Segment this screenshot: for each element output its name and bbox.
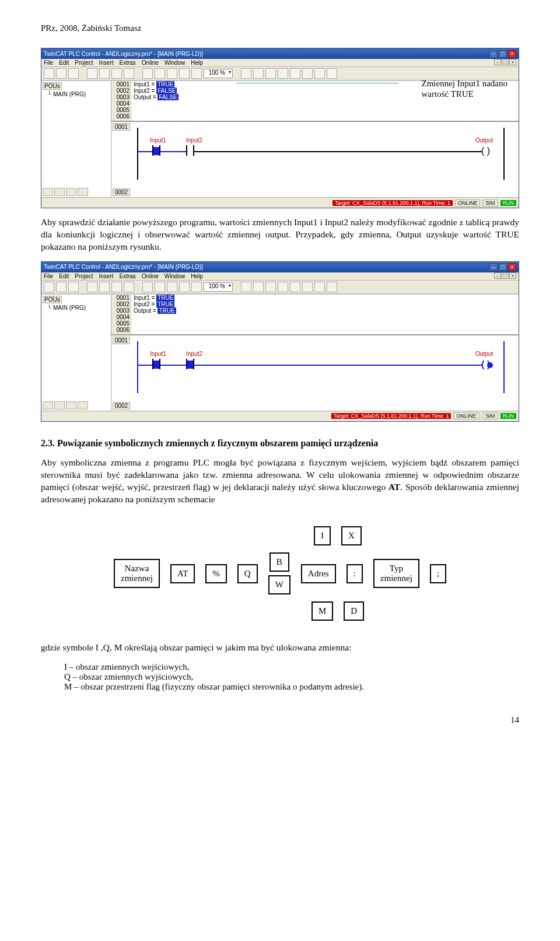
tool-btn[interactable] <box>253 282 264 292</box>
tool-btn[interactable] <box>241 68 251 79</box>
tool-btn[interactable] <box>87 282 97 292</box>
mdi-restore-button[interactable]: □ <box>502 59 509 65</box>
menu-extras[interactable]: Extras <box>120 60 136 66</box>
annotation-arrow <box>236 83 398 83</box>
mdi-min-button[interactable]: – <box>494 272 501 279</box>
line-number: 0001 <box>117 295 130 301</box>
mdi-close-button[interactable]: × <box>509 59 516 65</box>
menu-online[interactable]: Online <box>142 60 159 66</box>
tool-btn[interactable] <box>111 68 122 79</box>
tool-btn[interactable] <box>290 282 300 292</box>
tree-bottom-tab[interactable] <box>43 401 53 410</box>
tool-btn[interactable] <box>111 282 122 292</box>
tool-btn[interactable] <box>56 68 66 79</box>
project-tree: POUs └ MAIN (PRG) <box>41 295 111 411</box>
maximize-button[interactable]: □ <box>499 263 507 271</box>
tool-btn[interactable] <box>314 282 325 292</box>
tool-btn[interactable] <box>314 68 325 79</box>
tool-btn[interactable] <box>278 282 288 292</box>
menu-online[interactable]: Online <box>142 273 159 279</box>
tool-btn[interactable] <box>265 68 276 79</box>
tool-btn[interactable] <box>290 68 300 79</box>
tool-btn[interactable] <box>68 68 79 79</box>
menu-edit[interactable]: Edit <box>59 60 69 66</box>
tree-bottom-tab[interactable] <box>66 401 76 410</box>
tree-bottom-tab[interactable] <box>54 188 65 196</box>
page-number: 14 <box>41 715 519 725</box>
tool-btn[interactable] <box>278 68 288 79</box>
tool-btn[interactable] <box>253 68 264 79</box>
tool-btn[interactable] <box>124 282 134 292</box>
tool-btn[interactable] <box>327 282 337 292</box>
tool-btn[interactable] <box>99 68 110 79</box>
menu-project[interactable]: Project <box>75 273 93 279</box>
tool-btn[interactable] <box>44 282 54 292</box>
line-number: 0003 <box>117 94 130 100</box>
schema-box-adres: Adres <box>301 564 336 583</box>
menu-edit[interactable]: Edit <box>59 273 69 279</box>
titlebar: TwinCAT PLC Control - ANDLogiczny.pro* -… <box>41 48 519 59</box>
tool-btn[interactable] <box>155 282 165 292</box>
ladder-editor[interactable]: 0001 Input1 Input2 Output ( ) 0002 <box>111 335 519 411</box>
close-button[interactable]: × <box>508 263 516 271</box>
tool-btn[interactable] <box>241 282 251 292</box>
tree-tab-pous[interactable]: POUs <box>43 296 62 303</box>
zoom-combobox[interactable]: 100 % <box>204 69 233 78</box>
close-button[interactable]: × <box>508 50 516 58</box>
menu-extras[interactable]: Extras <box>120 273 136 279</box>
menu-insert[interactable]: Insert <box>99 60 113 66</box>
rung-number: 0001 <box>113 337 130 344</box>
minimize-button[interactable]: – <box>489 50 498 58</box>
status-online: ONLINE: <box>453 412 480 419</box>
mdi-close-button[interactable]: × <box>509 272 516 279</box>
tree-bottom-tab[interactable] <box>43 188 53 196</box>
tree-item-main[interactable]: └ MAIN (PRG) <box>43 91 110 97</box>
menu-file[interactable]: File <box>44 60 53 66</box>
tree-bottom-tab[interactable] <box>78 401 88 410</box>
tool-btn[interactable] <box>99 282 110 292</box>
tool-btn[interactable] <box>167 68 177 79</box>
contact-label-input2: Input2 <box>186 351 202 357</box>
zoom-combobox[interactable]: 100 % <box>204 282 233 292</box>
tool-btn[interactable] <box>167 282 177 292</box>
tool-btn[interactable] <box>191 68 202 79</box>
var-row: Output = TRUE <box>134 307 516 314</box>
tool-btn[interactable] <box>142 282 153 292</box>
tool-btn[interactable] <box>155 68 165 79</box>
mdi-restore-button[interactable]: □ <box>502 272 509 279</box>
line-number: 0004 <box>117 100 130 107</box>
menu-help[interactable]: Help <box>191 60 203 66</box>
menu-project[interactable]: Project <box>75 60 93 66</box>
tree-bottom-tab[interactable] <box>78 188 88 196</box>
menubar: File Edit Project Insert Extras Online W… <box>41 59 519 67</box>
menu-file[interactable]: File <box>44 273 53 279</box>
tool-btn[interactable] <box>327 68 337 79</box>
line-number: 0002 <box>117 301 130 307</box>
maximize-button[interactable]: □ <box>499 50 507 58</box>
tree-bottom-tab[interactable] <box>66 188 76 196</box>
tool-btn[interactable] <box>56 282 66 292</box>
menu-help[interactable]: Help <box>191 273 203 279</box>
tree-tab-pous[interactable]: POUs <box>43 82 62 90</box>
tool-btn[interactable] <box>265 282 276 292</box>
tool-btn[interactable] <box>179 68 190 79</box>
tool-btn[interactable] <box>302 68 313 79</box>
menu-insert[interactable]: Insert <box>99 273 113 279</box>
status-bar: Target: CX_SalaDS (5.1.61.200.1.1), Run … <box>41 197 519 208</box>
tool-btn[interactable] <box>191 282 202 292</box>
tool-btn[interactable] <box>87 68 97 79</box>
tool-btn[interactable] <box>124 68 134 79</box>
tree-item-main[interactable]: └ MAIN (PRG) <box>43 305 110 311</box>
menu-window[interactable]: Window <box>164 60 186 66</box>
minimize-button[interactable]: – <box>489 263 498 271</box>
ladder-editor[interactable]: 0001 Input1 Input2 Output ( ) 0002 <box>111 122 519 197</box>
tool-btn[interactable] <box>44 68 54 79</box>
tree-bottom-tab[interactable] <box>54 401 65 410</box>
tool-btn[interactable] <box>142 68 153 79</box>
schema-box-colon: : <box>346 564 363 583</box>
tool-btn[interactable] <box>68 282 79 292</box>
mdi-min-button[interactable]: – <box>494 59 501 65</box>
tool-btn[interactable] <box>302 282 313 292</box>
menu-window[interactable]: Window <box>164 273 186 279</box>
tool-btn[interactable] <box>179 282 190 292</box>
